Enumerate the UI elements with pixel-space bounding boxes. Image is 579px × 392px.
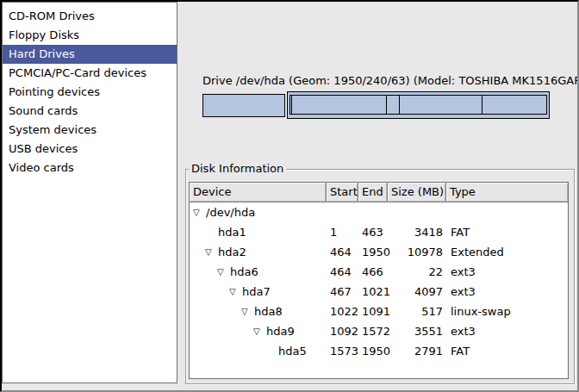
disk-information-frame: Disk Information DeviceStartEndSize (MB)… <box>185 169 575 384</box>
expander-icon[interactable]: ▽ <box>217 262 230 282</box>
start-cell: 464 <box>327 242 358 262</box>
partition-segment-hda5 <box>482 95 547 115</box>
table-row-hda9[interactable]: ▽hda9109215723551ext3 <box>190 321 568 341</box>
device-cell: hda5 <box>190 341 327 361</box>
start-cell: 467 <box>327 282 358 302</box>
type-cell <box>446 202 568 222</box>
size-cell: 10978 <box>388 242 446 262</box>
device-name: hda5 <box>278 341 307 361</box>
type-cell: ext3 <box>446 321 568 341</box>
size-cell <box>388 202 446 222</box>
table-body: ▽/dev/hdahda114633418FAT▽hda246419501097… <box>190 202 568 361</box>
drive-title: Drive /dev/hda (Geom: 1950/240/63) (Mode… <box>202 74 550 87</box>
device-cell: ▽hda9 <box>190 321 327 341</box>
device-name: /dev/hda <box>206 202 255 222</box>
type-cell: ext3 <box>446 282 568 302</box>
device-name: hda2 <box>218 242 246 262</box>
type-cell: ext3 <box>446 262 568 282</box>
device-cell: ▽hda7 <box>190 282 327 302</box>
end-cell: 466 <box>358 262 388 282</box>
partition-segment-hda7 <box>291 95 387 115</box>
device-cell: hda1 <box>190 222 327 242</box>
column-header-device[interactable]: Device <box>190 183 327 202</box>
device-name: hda1 <box>218 222 246 242</box>
start-cell: 1573 <box>327 341 358 361</box>
table-row-hda8[interactable]: ▽hda810221091517linux-swap <box>190 302 568 321</box>
logical-partitions-strip <box>290 95 547 115</box>
size-cell: 22 <box>388 262 446 282</box>
expander-icon[interactable]: ▽ <box>253 321 266 341</box>
sidebar-item-video-cards[interactable]: Video cards <box>3 159 177 177</box>
start-cell: 1022 <box>327 302 358 321</box>
type-cell: linux-swap <box>446 302 568 321</box>
partition-segment-hda9 <box>399 95 482 115</box>
start-cell: 464 <box>327 262 358 282</box>
sidebar-item-pcmcia-pc-card-devices[interactable]: PCMCIA/PC-Card devices <box>3 64 177 83</box>
device-name: hda7 <box>242 282 271 302</box>
disk-information-table: DeviceStartEndSize (MB)Type ▽/dev/hdahda… <box>189 182 569 379</box>
end-cell: 1950 <box>358 341 388 361</box>
column-header-size-mb-[interactable]: Size (MB) <box>388 183 446 202</box>
partition-segment-primary <box>202 94 285 117</box>
end-cell: 1950 <box>358 242 388 262</box>
table-header-row: DeviceStartEndSize (MB)Type <box>190 183 568 202</box>
sidebar-item-pointing-devices[interactable]: Pointing devices <box>3 83 177 102</box>
size-cell: 4097 <box>388 282 446 302</box>
type-cell: FAT <box>446 341 568 361</box>
device-cell: ▽/dev/hda <box>190 202 327 222</box>
end-cell: 1572 <box>358 321 388 341</box>
start-cell: 1092 <box>327 321 358 341</box>
disk-information-frame-label: Disk Information <box>189 162 286 175</box>
table-row-hda1[interactable]: hda114633418FAT <box>190 222 568 242</box>
table-row-hda7[interactable]: ▽hda746710214097ext3 <box>190 282 568 302</box>
partition-segment-hda8 <box>386 95 400 115</box>
expander-icon[interactable]: ▽ <box>193 202 206 222</box>
column-header-type[interactable]: Type <box>446 183 568 202</box>
sidebar-item-usb-devices[interactable]: USB devices <box>3 140 177 159</box>
device-name: hda9 <box>266 321 295 341</box>
sidebar-item-sound-cards[interactable]: Sound cards <box>3 102 177 121</box>
size-cell: 517 <box>388 302 446 321</box>
table-row-hda2[interactable]: ▽hda2464195010978Extended <box>190 242 568 262</box>
start-cell <box>327 202 358 222</box>
sidebar-item-system-devices[interactable]: System devices <box>3 121 177 140</box>
column-header-end[interactable]: End <box>358 183 388 202</box>
end-cell: 463 <box>358 222 388 242</box>
end-cell: 1021 <box>358 282 388 302</box>
hardware-browser-window: CD-ROM DrivesFloppy DisksHard DrivesPCMC… <box>0 0 579 392</box>
start-cell: 1 <box>327 222 358 242</box>
table-row--dev-hda[interactable]: ▽/dev/hda <box>190 202 568 222</box>
expander-icon[interactable]: ▽ <box>241 302 254 321</box>
table-row-hda5[interactable]: hda5157319502791FAT <box>190 341 568 361</box>
type-cell: FAT <box>446 222 568 242</box>
end-cell <box>358 202 388 222</box>
device-name: hda8 <box>254 302 283 321</box>
device-category-list: CD-ROM DrivesFloppy DisksHard DrivesPCMC… <box>2 2 177 383</box>
partition-segment-extended <box>287 91 550 119</box>
sidebar-item-cd-rom-drives[interactable]: CD-ROM Drives <box>3 7 177 26</box>
expander-icon[interactable]: ▽ <box>229 282 242 302</box>
device-name: hda6 <box>230 262 258 282</box>
end-cell: 1091 <box>358 302 388 321</box>
table-row-hda6[interactable]: ▽hda646446622ext3 <box>190 262 568 282</box>
device-cell: ▽hda6 <box>190 262 327 282</box>
size-cell: 2791 <box>388 341 446 361</box>
expander-icon[interactable]: ▽ <box>205 242 218 262</box>
column-header-start[interactable]: Start <box>327 183 358 202</box>
device-cell: ▽hda2 <box>190 242 327 262</box>
partition-bar <box>202 91 550 119</box>
size-cell: 3551 <box>388 321 446 341</box>
type-cell: Extended <box>446 242 568 262</box>
sidebar-item-hard-drives[interactable]: Hard Drives <box>3 45 177 64</box>
sidebar-item-floppy-disks[interactable]: Floppy Disks <box>3 26 177 45</box>
device-cell: ▽hda8 <box>190 302 327 321</box>
size-cell: 3418 <box>388 222 446 242</box>
